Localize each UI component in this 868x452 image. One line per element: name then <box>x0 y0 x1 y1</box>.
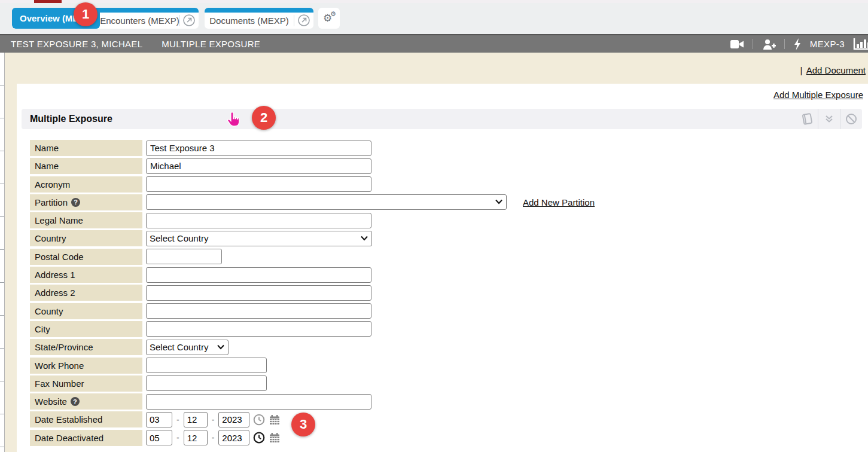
tab-bar: Overview (MEXP) Encounters (MEXP) Docume… <box>0 3 868 34</box>
form-row: Date Deactivated - - <box>30 430 868 446</box>
form-row: Fax Number <box>30 375 868 392</box>
form-row: Legal Name <box>30 212 868 228</box>
name-input[interactable] <box>146 141 371 156</box>
work-phone-input[interactable] <box>146 358 267 373</box>
date-separator: - <box>176 433 179 442</box>
help-icon[interactable]: ? <box>71 397 80 406</box>
name2-input[interactable] <box>146 158 371 174</box>
clock-icon[interactable] <box>253 414 265 426</box>
add-multiple-exposure-line: Add Multiple Exposure <box>773 90 863 100</box>
open-in-new-icon[interactable] <box>180 8 199 29</box>
date-established-year-input[interactable] <box>218 412 249 427</box>
form-row: Date Established - - <box>30 411 868 427</box>
calendar-icon[interactable] <box>269 414 281 426</box>
acronym-input[interactable] <box>146 176 371 192</box>
form-row: Postal Code <box>30 249 868 265</box>
annotation-step-2: 2 <box>252 106 276 130</box>
field-label: Address 2 <box>30 285 142 301</box>
date-deactivated-month-input[interactable] <box>146 430 172 445</box>
field-label: Date Established <box>30 411 142 427</box>
lightning-icon[interactable] <box>793 38 802 50</box>
video-camera-icon[interactable] <box>730 39 744 50</box>
section-title: Multiple Exposure <box>30 114 112 124</box>
calendar-icon[interactable] <box>269 432 281 444</box>
field-label: County <box>30 303 142 319</box>
hand-cursor-icon <box>226 111 242 132</box>
collapse-double-chevron-icon[interactable] <box>818 114 840 124</box>
fax-number-input[interactable] <box>146 375 267 391</box>
add-new-partition-link[interactable]: Add New Partition <box>523 197 595 207</box>
annotation-step-1: 1 <box>74 2 98 26</box>
date-separator: - <box>176 415 179 424</box>
field-label: Name <box>30 140 142 156</box>
partition-select[interactable] <box>146 194 507 210</box>
book-icon[interactable] <box>796 113 818 125</box>
county-input[interactable] <box>146 303 371 319</box>
field-label: Address 1 <box>30 267 142 283</box>
tab-encounters-label: Encounters (MEXP) <box>100 16 179 26</box>
record-header-actions: MEXP-3 <box>730 35 868 53</box>
website-input[interactable] <box>146 394 371 410</box>
record-context: MULTIPLE EXPOSURE <box>162 39 260 49</box>
open-in-new-icon[interactable] <box>294 8 313 29</box>
form-row: Country Select Country <box>30 230 868 246</box>
date-established-day-input[interactable] <box>184 412 208 427</box>
address1-input[interactable] <box>146 267 371 283</box>
form-row: Partition ? Add New Partition <box>30 194 868 210</box>
date-separator: - <box>212 433 215 442</box>
record-header-bar: TEST EXPOSURE 3, MICHAEL MULTIPLE EXPOSU… <box>0 34 868 53</box>
form-row: Acronym <box>30 176 868 193</box>
tab-documents[interactable]: Documents (MEXP) <box>205 8 294 29</box>
add-document-line: | Add Document <box>800 65 866 75</box>
add-document-link[interactable]: Add Document <box>806 65 866 75</box>
section-header: Multiple Exposure <box>22 109 862 129</box>
tab-group-overview: Overview (MEXP) Encounters (MEXP) <box>12 8 199 29</box>
form-panel: Add Multiple Exposure Multiple Exposure … <box>17 84 868 452</box>
form-row: City <box>30 321 868 337</box>
tab-encounters[interactable]: Encounters (MEXP) <box>100 8 179 29</box>
clock-icon[interactable] <box>253 432 265 444</box>
field-label: Work Phone <box>30 358 142 374</box>
link-separator: | <box>800 65 803 75</box>
form-row: County <box>30 303 868 319</box>
help-icon[interactable]: ? <box>71 198 80 207</box>
section-header-actions <box>796 109 862 129</box>
field-label: Acronym <box>30 176 142 193</box>
form-row: Address 2 <box>30 285 868 301</box>
record-id: MEXP-3 <box>810 39 845 49</box>
form-row: Name <box>30 140 868 156</box>
field-label: Date Deactivated <box>30 430 142 446</box>
field-label: Partition ? <box>30 194 142 210</box>
field-label: City <box>30 321 142 337</box>
country-select[interactable]: Select Country <box>146 231 372 246</box>
form-row: State/Province Select Country <box>30 339 868 355</box>
form-row: Name <box>30 158 868 174</box>
form-row: Website ? <box>30 393 868 410</box>
field-label: Name <box>30 158 142 174</box>
date-separator: - <box>212 415 215 424</box>
field-label: Postal Code <box>30 249 142 265</box>
field-label: Website ? <box>30 393 142 410</box>
postal-code-input[interactable] <box>146 249 222 264</box>
add-person-icon[interactable] <box>762 38 776 50</box>
add-multiple-exposure-link[interactable]: Add Multiple Exposure <box>773 90 863 100</box>
date-deactivated-year-input[interactable] <box>218 430 249 445</box>
settings-gears-button[interactable]: ⚙ ⚙ <box>318 8 340 29</box>
record-name: TEST EXPOSURE 3, MICHAEL <box>11 39 142 49</box>
field-label: Country <box>30 230 142 246</box>
tab-documents-label: Documents (MEXP) <box>209 16 289 26</box>
date-established-month-input[interactable] <box>146 412 172 427</box>
form-row: Address 1 <box>30 267 868 283</box>
legal-name-input[interactable] <box>146 213 371 228</box>
bar-chart-icon[interactable] <box>853 38 868 51</box>
multiple-exposure-form: Name Name Acronym Partition ? Add New Pa… <box>30 140 868 448</box>
header-divider <box>753 39 753 49</box>
date-deactivated-day-input[interactable] <box>184 430 208 445</box>
disable-icon[interactable] <box>840 113 862 125</box>
header-divider <box>784 39 785 49</box>
form-row: Work Phone <box>30 358 868 374</box>
state-province-select[interactable]: Select Country <box>146 340 229 355</box>
city-input[interactable] <box>146 321 371 337</box>
browser-edge-strip <box>0 0 868 3</box>
address2-input[interactable] <box>146 285 371 301</box>
